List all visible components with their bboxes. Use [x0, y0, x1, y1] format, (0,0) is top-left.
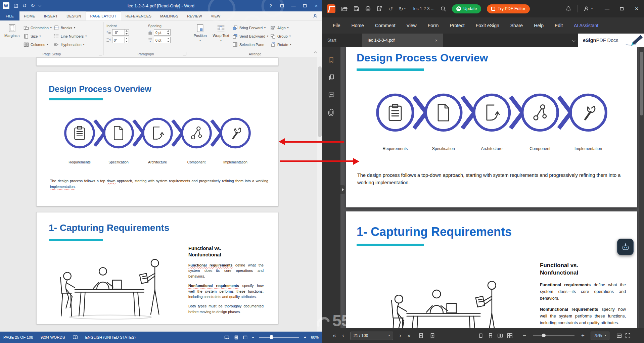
web-layout-icon[interactable] [243, 335, 247, 340]
rotate-button[interactable]: Rotate▾ [270, 41, 291, 48]
menu-ai-assistant[interactable]: AI Assistant [574, 23, 598, 28]
tab-file[interactable]: FILE [0, 11, 19, 20]
zoom-slider[interactable] [259, 337, 299, 338]
proofing-icon[interactable] [73, 335, 78, 340]
tab-home[interactable]: HOME [19, 11, 40, 20]
breaks-button[interactable]: Breaks▾ [54, 24, 87, 31]
account-menu[interactable]: ▾ [583, 6, 593, 12]
attachments-panel-icon[interactable] [328, 109, 335, 116]
wrap-text-button[interactable]: Wrap Text ▾ [212, 22, 230, 49]
word-app-icon[interactable]: W [3, 2, 9, 9]
menu-foxit-esign[interactable]: Foxit eSign [476, 23, 499, 28]
bookmarks-panel-icon[interactable] [328, 56, 335, 64]
spacing-after-field[interactable]: 0 pt [154, 37, 171, 43]
help-button[interactable]: ? [265, 0, 276, 11]
menu-share[interactable]: Share [510, 23, 523, 28]
first-page-button[interactable]: « [330, 332, 339, 339]
search-icon[interactable] [440, 6, 446, 12]
spin-down-icon[interactable] [125, 33, 129, 36]
zoom-out-button[interactable]: − [520, 332, 529, 339]
undo-button[interactable]: ↺ [22, 3, 27, 9]
zoom-slider[interactable] [533, 335, 574, 336]
spin-down-icon[interactable] [166, 40, 170, 43]
align-button[interactable]: Align▾ [270, 24, 291, 31]
fit-width-icon[interactable] [616, 333, 622, 339]
pages-panel-icon[interactable] [328, 74, 335, 81]
columns-button[interactable]: Columns▾ [24, 41, 52, 48]
print-icon[interactable] [365, 6, 371, 12]
bring-forward-button[interactable]: Bring Forward▾ [232, 24, 268, 31]
minimize-button[interactable]: — [600, 0, 614, 17]
tab-design[interactable]: DESIGN [62, 11, 85, 20]
collapse-ribbon-button[interactable] [313, 50, 318, 55]
language-indicator[interactable]: ENGLISH (UNITED STATES) [85, 335, 136, 339]
tab-references[interactable]: REFERENCES [121, 11, 156, 20]
save-icon[interactable] [13, 3, 18, 8]
tab-start[interactable]: Start [322, 34, 362, 47]
menu-view[interactable]: View [407, 23, 417, 28]
tab-view[interactable]: VIEW [206, 11, 225, 20]
zoom-select[interactable]: 75%▾ [591, 332, 609, 340]
fullscreen-icon[interactable] [625, 333, 631, 339]
page-setup-dialog-launcher[interactable] [99, 52, 102, 55]
redo-button[interactable]: ↻ [31, 3, 35, 9]
menu-edit[interactable]: Edit [555, 23, 563, 28]
margins-button[interactable]: Margins ▾ [3, 22, 21, 49]
next-view-icon[interactable] [429, 333, 435, 339]
facing-view-icon[interactable] [497, 333, 503, 339]
grid-view-icon[interactable] [507, 333, 513, 339]
last-page-button[interactable]: » [405, 332, 413, 339]
line-numbers-button[interactable]: Line Numbers▾ [54, 33, 87, 40]
undo-button[interactable]: ↺ [388, 6, 393, 12]
update-button[interactable]: Update [452, 4, 481, 13]
group-button[interactable]: Group▾ [270, 33, 291, 40]
foxit-document-area[interactable]: Design Process Overview [340, 47, 639, 328]
menu-file[interactable]: File [333, 23, 340, 28]
print-layout-icon[interactable] [234, 335, 238, 340]
selection-pane-button[interactable]: Selection Pane [232, 41, 268, 48]
spin-down-icon[interactable] [125, 40, 129, 43]
ribbon-display-options-button[interactable] [276, 0, 288, 11]
close-tab-icon[interactable]: × [435, 38, 438, 43]
maximize-button[interactable] [614, 0, 629, 17]
spin-up-icon[interactable] [125, 37, 129, 40]
open-folder-icon[interactable] [341, 6, 348, 12]
tab-mailings[interactable]: MAILINGS [156, 11, 183, 20]
zoom-in-button[interactable]: + [304, 335, 306, 339]
previous-view-icon[interactable] [418, 333, 424, 339]
continuous-view-icon[interactable] [488, 333, 493, 339]
orientation-button[interactable]: Orientation▾ [24, 24, 52, 31]
minimize-button[interactable]: — [288, 0, 299, 11]
tab-list-dropdown-icon[interactable] [572, 39, 576, 42]
menu-comment[interactable]: Comment [375, 23, 396, 28]
try-pdf-editor-button[interactable]: Try PDF Editor [487, 4, 530, 13]
account-icon[interactable] [313, 11, 322, 20]
word-document-area[interactable]: Design Process Overview [0, 57, 322, 332]
foxit-vertical-scrollbar[interactable] [639, 47, 644, 328]
word-vertical-scrollbar[interactable] [317, 57, 322, 332]
menu-form[interactable]: Form [428, 23, 439, 28]
zoom-slider-thumb[interactable] [542, 334, 546, 337]
previous-page-button[interactable]: ‹ [339, 332, 348, 339]
indent-right-field[interactable]: 0" [112, 37, 129, 43]
spin-down-icon[interactable] [166, 33, 170, 36]
close-button[interactable]: × [629, 0, 644, 17]
close-button[interactable]: × [311, 0, 322, 11]
tab-page-layout[interactable]: PAGE LAYOUT [86, 11, 121, 20]
export-icon[interactable] [377, 6, 383, 12]
esign-promo-banner[interactable]: eSign PDF Docs [578, 34, 644, 47]
spin-up-icon[interactable] [125, 30, 129, 33]
zoom-level[interactable]: 60% [311, 335, 319, 339]
spin-up-icon[interactable] [166, 30, 170, 33]
tab-insert[interactable]: INSERT [40, 11, 62, 20]
indent-left-field[interactable]: -0" [112, 29, 129, 36]
comments-panel-icon[interactable] [328, 91, 335, 99]
zoom-out-button[interactable]: − [252, 335, 255, 339]
menu-help[interactable]: Help [534, 23, 544, 28]
redo-button[interactable]: ↻▾ [399, 6, 405, 12]
save-icon[interactable] [353, 6, 359, 12]
next-page-button[interactable]: › [396, 332, 405, 339]
page-number-input[interactable]: 21 / 100▾ [350, 332, 393, 340]
notifications-bell-icon[interactable] [565, 6, 571, 12]
position-button[interactable]: Position▾ [191, 22, 210, 49]
